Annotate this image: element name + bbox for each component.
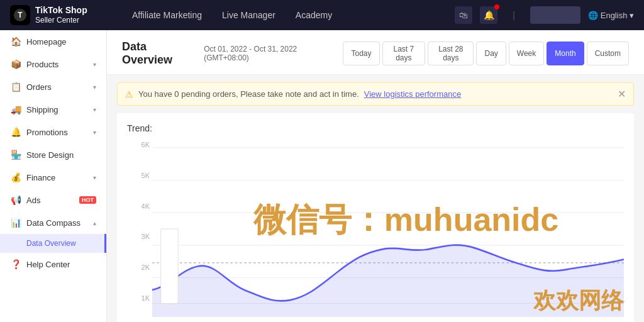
chart-area: Trend: 微信号：muhuanidc 欢欢网络 1K 2K 3K 4K 5K…	[117, 113, 634, 322]
nav-live-manager[interactable]: Live Manager	[222, 10, 275, 20]
chart-svg	[152, 141, 624, 317]
date-btn-last7[interactable]: Last 7 days	[382, 42, 426, 65]
sidebar-label-promotions: Promotions	[26, 128, 88, 137]
data-compass-icon: 📊	[10, 218, 21, 228]
hot-badge: HOT	[79, 196, 96, 204]
sidebar-item-promotions[interactable]: 🔔 Promotions ▾	[0, 121, 106, 143]
trend-label: Trend:	[127, 123, 624, 133]
promotions-icon: 🔔	[10, 127, 21, 137]
date-buttons: Today Last 7 days Last 28 days Day Week …	[343, 42, 629, 65]
sidebar-label-finance: Finance	[26, 173, 88, 182]
help-icon: ❓	[10, 259, 21, 269]
nav-academy[interactable]: Academy	[296, 10, 332, 20]
page-title: Data Overview	[122, 40, 194, 67]
logo-area: T TikTok Shop Seller Center	[10, 4, 117, 26]
sidebar-item-ads[interactable]: 📢 Ads HOT	[0, 189, 106, 211]
main-content: Data Overview Oct 01, 2022 - Oct 31, 202…	[107, 30, 644, 322]
orders-icon: 📋	[10, 82, 21, 92]
shipping-arrow: ▾	[93, 106, 96, 113]
finance-icon: 💰	[10, 172, 21, 182]
sidebar-item-orders[interactable]: 📋 Orders ▾	[0, 75, 106, 98]
sidebar-label-ads: Ads	[26, 196, 73, 205]
sidebar-label-orders: Orders	[26, 82, 88, 92]
store-design-icon: 🏪	[10, 150, 21, 160]
shipping-icon: 🚚	[10, 104, 21, 114]
sidebar-item-finance[interactable]: 💰 Finance ▾	[0, 166, 106, 189]
sidebar-item-data-compass[interactable]: 📊 Data Compass ▴	[0, 211, 106, 234]
notice-icon: ⚠	[125, 89, 133, 99]
sidebar-item-products[interactable]: 📦 Products ▾	[0, 53, 106, 75]
nav-affiliate-marketing[interactable]: Affiliate Marketing	[132, 10, 202, 20]
sidebar-item-store-design[interactable]: 🏪 Store Design	[0, 143, 106, 166]
y-label-3k: 3K	[127, 233, 150, 240]
date-btn-custom[interactable]: Custom	[587, 42, 629, 65]
notice-bar: ⚠ You have 0 pending orders, Please take…	[117, 82, 634, 106]
y-label-5k: 5K	[127, 172, 150, 179]
date-btn-today[interactable]: Today	[343, 42, 379, 65]
products-icon: 📦	[10, 59, 21, 69]
home-icon: 🏠	[10, 36, 21, 47]
data-compass-arrow: ▴	[93, 219, 96, 226]
sidebar-label-products: Products	[26, 60, 88, 69]
products-arrow: ▾	[93, 61, 96, 68]
notice-close-button[interactable]: ✕	[618, 88, 626, 100]
top-nav: T TikTok Shop Seller Center Affiliate Ma…	[0, 0, 644, 30]
svg-text:T: T	[18, 11, 23, 19]
promotions-arrow: ▾	[93, 129, 96, 136]
nav-right: 🛍 🔔 | 🌐 English ▾	[455, 6, 634, 24]
sidebar-item-homepage[interactable]: 🏠 Homepage	[0, 30, 106, 53]
notification-icon[interactable]: 🔔	[480, 6, 497, 24]
y-label-2k: 2K	[127, 264, 150, 271]
chart-body	[152, 141, 624, 317]
nav-links: Affiliate Marketing Live Manager Academy	[117, 10, 455, 20]
y-label-1k: 1K	[127, 294, 150, 302]
sidebar-label-data-compass: Data Compass	[26, 218, 88, 228]
user-avatar[interactable]	[530, 6, 580, 24]
notif-badge	[494, 4, 499, 9]
chart-container: 1K 2K 3K 4K 5K 6K	[127, 141, 624, 317]
sidebar-label-help-center: Help Center	[26, 260, 96, 269]
logo-icon: T	[10, 5, 30, 25]
notice-link[interactable]: View logistics performance	[364, 89, 461, 99]
date-btn-last28[interactable]: Last 28 days	[428, 42, 474, 65]
sidebar-item-help-center[interactable]: ❓ Help Center	[0, 253, 106, 275]
sidebar-item-shipping[interactable]: 🚚 Shipping ▾	[0, 98, 106, 121]
content-header: Data Overview Oct 01, 2022 - Oct 31, 202…	[107, 30, 644, 75]
svg-rect-9	[161, 229, 178, 303]
sidebar-label-homepage: Homepage	[26, 37, 96, 47]
y-axis: 1K 2K 3K 4K 5K 6K	[127, 141, 150, 302]
finance-arrow: ▾	[93, 174, 96, 181]
date-btn-week[interactable]: Week	[509, 42, 544, 65]
language-selector[interactable]: 🌐 English ▾	[588, 11, 634, 20]
sidebar-label-shipping: Shipping	[26, 105, 88, 114]
logo-text: TikTok Shop Seller Center	[35, 4, 87, 26]
date-range: Oct 01, 2022 - Oct 31, 2022 (GMT+08:00)	[204, 45, 333, 62]
main-layout: 🏠 Homepage 📦 Products ▾ 📋 Orders ▾ 🚚 Shi…	[0, 30, 644, 322]
sidebar-subitem-data-overview[interactable]: Data Overview	[0, 234, 106, 253]
notice-text: You have 0 pending orders, Please take n…	[138, 89, 359, 99]
shopping-bag-icon[interactable]: 🛍	[455, 6, 472, 24]
date-btn-day[interactable]: Day	[476, 42, 506, 65]
y-label-4k: 4K	[127, 203, 150, 210]
sidebar-label-store-design: Store Design	[26, 150, 96, 160]
sidebar: 🏠 Homepage 📦 Products ▾ 📋 Orders ▾ 🚚 Shi…	[0, 30, 107, 322]
date-btn-month[interactable]: Month	[547, 42, 584, 65]
ads-icon: 📢	[10, 195, 21, 205]
y-label-6k: 6K	[127, 141, 150, 148]
orders-arrow: ▾	[93, 84, 96, 91]
nav-divider: |	[505, 6, 523, 24]
sidebar-subitem-label-data-overview: Data Overview	[26, 239, 76, 248]
